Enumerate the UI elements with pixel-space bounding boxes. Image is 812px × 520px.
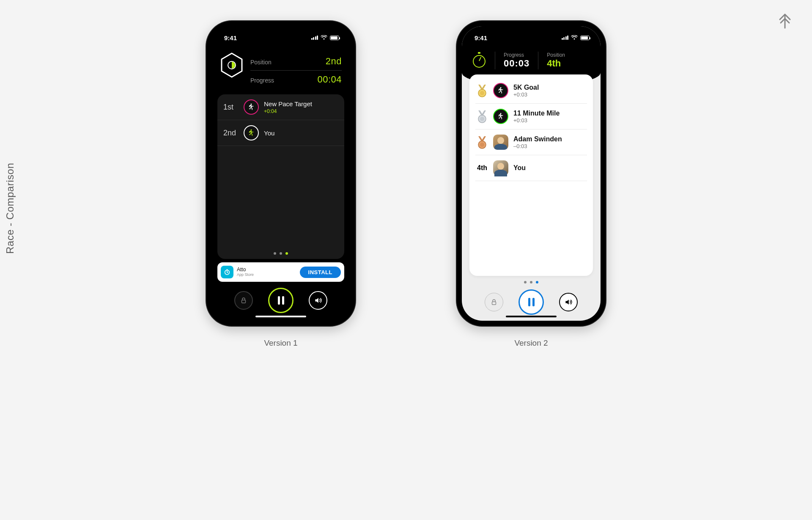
ad-banner[interactable]: ⓘ Atto App Store INSTALL [217, 262, 344, 282]
ad-app-icon [221, 266, 233, 278]
stopwatch-icon [472, 53, 486, 68]
racer-rank: 4th [476, 164, 488, 172]
racer-name: Adam Swinden [513, 135, 562, 143]
phone-frame-v2: 9:41 Progress [457, 21, 606, 326]
back-to-top-icon [775, 10, 795, 30]
racer-row[interactable]: 11 Minute Mile +0:03 [475, 104, 587, 129]
race-header: Progress 00:03 Position 4th [462, 49, 601, 69]
dynamic-island [509, 28, 554, 41]
progress-label: Progress [504, 52, 529, 58]
racer-list-card: 1st New Pace Target +0:04 2nd [217, 94, 344, 259]
status-time: 9:41 [475, 34, 487, 41]
racer-diff: +0:03 [513, 91, 539, 98]
racer-row[interactable]: 2nd You [217, 120, 344, 146]
racer-row[interactable]: 1st New Pace Target +0:04 [217, 94, 344, 120]
svg-point-5 [480, 117, 484, 121]
racer-name: 5K Goal [513, 84, 539, 91]
install-button[interactable]: INSTALL [300, 267, 341, 278]
position-label: Position [547, 52, 565, 58]
ad-info-icon[interactable]: ⓘ [211, 26, 213, 29]
race-header: Position 2nd Progress 00:04 [211, 49, 350, 94]
home-indicator[interactable] [255, 316, 306, 317]
page-title: Race - Comparison [4, 163, 16, 254]
svg-rect-8 [492, 302, 496, 305]
avatar-self [493, 160, 508, 176]
racer-name: You [264, 129, 274, 137]
dynamic-island [258, 28, 303, 41]
caption-v2: Version 2 [514, 338, 548, 348]
progress-value: 00:03 [504, 58, 529, 69]
bronze-medal-icon [476, 135, 488, 149]
racer-name: 11 Minute Mile [513, 110, 560, 117]
avatar-photo [493, 135, 508, 150]
page-dots[interactable] [217, 248, 344, 259]
racer-row[interactable]: Adam Swinden –0:03 [475, 129, 587, 155]
position-value: 4th [547, 58, 565, 69]
wifi-icon [321, 35, 327, 40]
version-2-column: 9:41 Progress [457, 21, 606, 348]
lock-button[interactable] [485, 293, 503, 311]
racer-diff: +0:04 [264, 108, 312, 114]
activity-badge-icon [220, 52, 244, 78]
avatar-target-icon [493, 109, 508, 124]
avatar-self-icon [244, 125, 259, 140]
playback-controls [211, 282, 350, 321]
caption-v1: Version 1 [264, 338, 297, 348]
status-time: 9:41 [224, 34, 237, 41]
home-indicator[interactable] [506, 316, 557, 317]
svg-rect-1 [242, 300, 246, 303]
position-block: Position 4th [547, 52, 565, 69]
svg-point-7 [480, 143, 484, 147]
pause-button[interactable] [518, 289, 544, 315]
svg-point-3 [480, 91, 484, 95]
racer-row[interactable]: 4th You [475, 155, 587, 181]
racer-rank: 2nd [223, 129, 239, 138]
audio-button[interactable] [559, 293, 578, 311]
ad-title: Atto [237, 267, 296, 272]
progress-label: Progress [250, 77, 274, 84]
racer-list-card: 5K Goal +0:03 11 Minute Mile [469, 74, 593, 276]
position-row: Position 2nd [250, 52, 342, 71]
lock-button[interactable] [234, 291, 253, 310]
ad-subtitle: App Store [237, 273, 296, 277]
phone-frame-v1: 9:41 Position 2nd [206, 21, 355, 326]
progress-row: Progress 00:04 [250, 71, 342, 88]
battery-icon [580, 36, 590, 40]
racer-diff: –0:03 [513, 143, 562, 149]
racer-name: New Pace Target [264, 100, 312, 107]
version-1-column: 9:41 Position 2nd [206, 21, 355, 348]
racer-rank: 1st [223, 103, 239, 112]
pause-icon [528, 298, 535, 306]
position-value: 2nd [326, 56, 342, 67]
position-label: Position [250, 59, 272, 66]
progress-block: Progress 00:03 [504, 52, 529, 69]
audio-button[interactable] [309, 291, 327, 310]
gold-medal-icon [476, 83, 488, 98]
cellular-icon [562, 36, 569, 40]
pause-icon [278, 296, 284, 305]
wifi-icon [571, 35, 578, 40]
avatar-target-icon [493, 83, 508, 98]
progress-value: 00:04 [317, 74, 342, 85]
racer-diff: +0:03 [513, 117, 560, 124]
racer-row[interactable]: 5K Goal +0:03 [475, 78, 587, 104]
cellular-icon [311, 36, 318, 40]
silver-medal-icon [476, 109, 488, 124]
page-dots[interactable] [462, 276, 601, 286]
avatar-target-icon [244, 99, 259, 115]
pause-button[interactable] [268, 288, 294, 313]
battery-icon [330, 36, 339, 40]
racer-name: You [513, 164, 526, 172]
